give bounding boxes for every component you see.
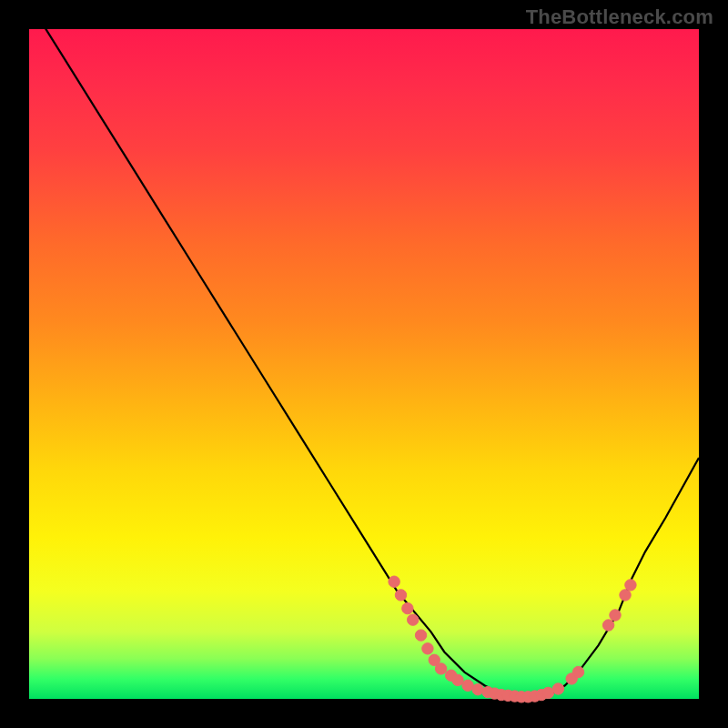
curve-line	[29, 3, 699, 697]
data-marker	[422, 643, 433, 654]
data-marker	[395, 590, 406, 601]
plot-area	[29, 29, 699, 699]
data-marker	[389, 576, 399, 587]
data-marker	[462, 680, 473, 691]
data-marker	[415, 630, 426, 641]
data-marker	[552, 683, 563, 694]
data-marker	[408, 614, 419, 625]
data-marker	[610, 610, 621, 621]
data-marker	[602, 620, 613, 631]
chart-svg	[29, 29, 699, 699]
data-marker	[472, 684, 483, 695]
markers	[389, 576, 636, 703]
data-marker	[542, 687, 553, 698]
data-marker	[625, 580, 636, 591]
chart-stage: TheBottleneck.com	[0, 0, 728, 728]
data-marker	[572, 666, 583, 677]
watermark-text: TheBottleneck.com	[526, 5, 713, 29]
data-marker	[620, 590, 631, 601]
data-marker	[435, 663, 446, 674]
data-marker	[452, 674, 463, 685]
data-marker	[402, 602, 413, 613]
